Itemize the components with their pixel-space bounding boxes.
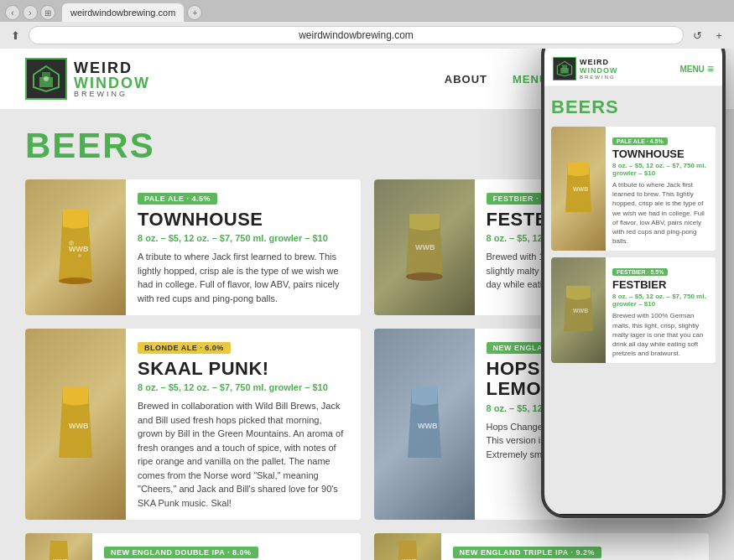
logo-window: WINDOW [74, 75, 150, 91]
nav-about[interactable]: ABOUT [445, 73, 487, 86]
website-content: WEIRD WINDOW BREWING ABOUT MENUS TAPROOM… [0, 49, 734, 560]
beer-desc-skaal-punk: Brewed in collaboration with Wild Bill B… [138, 399, 349, 510]
logo-brewing: BREWING [74, 91, 150, 98]
beer-pricing-townhouse: 8 oz. – $5, 12 oz. – $7, 750 ml. growler… [138, 233, 349, 243]
tab-label: weirdwindowbrewing.com [70, 8, 175, 18]
svg-rect-17 [560, 68, 568, 73]
beer-card-triple: WWB NEW ENGLAND TRIPLE IPA · 9.2% HERE C… [374, 533, 710, 560]
beer-card-townhouse: WWB PALE ALE · 4.5% TOWNHOUSE 8 oz. – $5… [25, 179, 361, 315]
phone-beer-info-townhouse: PALE ALE · 4.5% TOWNHOUSE 8 oz. – $5, 12… [606, 127, 716, 251]
beer-image-hops-change: WWB [374, 329, 475, 520]
phone-beer-card-festbier: WWB FESTBIER · 5.5% FESTBIER 8 oz. – $5,… [551, 257, 716, 363]
phone-beer-name-festbier: FESTBIER [612, 278, 709, 291]
beer-desc-townhouse: A tribute to where Jack first learned to… [138, 250, 349, 305]
beer-card-skaal-punk: WWB BLONDE ALE · 6.0% SKAAL PUNK! 8 oz. … [25, 329, 361, 520]
svg-text:WWB: WWB [418, 422, 438, 430]
phone-beer-pricing-festbier: 8 oz. – $5, 12 oz. – $7, 750 ml. growler… [612, 293, 709, 308]
beer-name-skaal-punk: SKAAL PUNK! [138, 359, 349, 379]
beer-card-fistful: WWB NEW ENGLAND DOUBLE IPA · 8.0% FISTFU… [25, 533, 361, 560]
add-bookmark-icon[interactable]: + [711, 27, 727, 44]
browser-tab[interactable]: weirdwindowbrewing.com [62, 3, 184, 22]
beer-pricing-skaal-punk: 8 oz. – $5, 12 oz. – $7, 750 ml. growler… [138, 382, 349, 392]
svg-point-9 [406, 272, 443, 281]
phone-page-title: BEERS [551, 96, 716, 118]
share-icon[interactable]: ⬆ [7, 27, 23, 44]
phone-logo-icon [553, 57, 576, 80]
phone-beer-card-townhouse: WWB PALE ALE · 4.5% TOWNHOUSE 8 oz. – $5… [551, 127, 716, 251]
phone-logo-text: WEIRD WINDOW BREWING [580, 58, 618, 80]
browser-nav-buttons: ‹ › ⊞ [5, 5, 55, 20]
beer-info-skaal-punk: BLONDE ALE · 6.0% SKAAL PUNK! 8 oz. – $5… [126, 329, 361, 520]
phone-beer-name-townhouse: TOWNHOUSE [612, 148, 709, 160]
phone-beer-image-townhouse: WWB [551, 127, 606, 251]
phone-logo-brewing: BREWING [580, 75, 618, 80]
phone-beer-pricing-townhouse: 8 oz. – $5, 12 oz. – $7, 750 ml. growler… [612, 162, 709, 177]
phone-beer-image-festbier: WWB [551, 257, 606, 363]
phone-style-badge-festbier: FESTBIER · 5.5% [612, 268, 668, 276]
svg-point-4 [44, 76, 49, 81]
browser-chrome: ‹ › ⊞ weirdwindowbrewing.com + ⬆ weirdwi… [0, 0, 734, 49]
phone-beer-info-festbier: FESTBIER · 5.5% FESTBIER 8 oz. – $5, 12 … [606, 257, 716, 363]
beer-info-triple: NEW ENGLAND TRIPLE IPA · 9.2% HERE COMES… [441, 533, 710, 560]
phone-beer-desc-townhouse: A tribute to where Jack first learned to… [612, 180, 709, 246]
svg-point-7 [78, 254, 81, 257]
svg-text:WWB: WWB [415, 243, 435, 251]
style-badge-fistful: NEW ENGLAND DOUBLE IPA · 8.0% [104, 547, 258, 558]
url-bar[interactable]: weirdwindowbrewing.com [29, 26, 684, 44]
phone-beer-desc-festbier: Brewed with 100% German malts, this ligh… [612, 311, 709, 358]
logo-weird: WEIRD [74, 60, 150, 75]
phone-nav: WEIRD WINDOW BREWING MENU ≡ [544, 52, 722, 86]
phone-menu-label: MENU [679, 65, 704, 74]
beer-grid-bottom: WWB NEW ENGLAND DOUBLE IPA · 8.0% FISTFU… [25, 533, 709, 560]
forward-button[interactable]: › [23, 5, 38, 20]
beer-image-festbier: WWB [374, 179, 475, 315]
browser-tab-bar: ‹ › ⊞ weirdwindowbrewing.com + [0, 0, 734, 22]
phone-style-badge-townhouse: PALE ALE · 4.5% [612, 137, 668, 145]
beer-image-triple: WWB [374, 533, 441, 560]
phone-logo-weird: WEIRD [580, 58, 618, 66]
refresh-icon[interactable]: ↺ [689, 27, 705, 44]
browser-toolbar: ⬆ weirdwindowbrewing.com ↺ + [0, 22, 734, 49]
phone-body: BEERS WWB PALE ALE · 4.5% TOWNHOUSE 8 oz… [544, 86, 722, 514]
svg-rect-18 [562, 65, 567, 69]
beer-name-townhouse: TOWNHOUSE [138, 210, 349, 230]
hamburger-icon: ≡ [707, 62, 714, 75]
new-tab-button[interactable]: + [187, 5, 202, 20]
logo-icon [25, 58, 67, 100]
back-button[interactable]: ‹ [5, 5, 20, 20]
window-toggle[interactable]: ⊞ [40, 5, 55, 20]
phone-logo-window: WINDOW [580, 66, 618, 75]
beer-image-townhouse: WWB [25, 179, 126, 315]
phone-overlay: 9:41 PM ▲▲▲ ◈ [541, 49, 726, 518]
svg-text:WWB: WWB [573, 308, 588, 314]
style-badge-skaal-punk: BLONDE ALE · 6.0% [138, 342, 231, 354]
logo-area: WEIRD WINDOW BREWING [25, 58, 150, 100]
beer-image-fistful: WWB [25, 533, 92, 560]
phone-logo-area: WEIRD WINDOW BREWING [553, 57, 618, 80]
svg-text:WWB: WWB [69, 245, 89, 253]
beer-info-townhouse: PALE ALE · 4.5% TOWNHOUSE 8 oz. – $5, 12… [126, 179, 361, 315]
svg-point-5 [59, 277, 92, 284]
phone-menu-button[interactable]: MENU ≡ [679, 62, 714, 75]
url-text: weirdwindowbrewing.com [299, 29, 414, 41]
logo-text: WEIRD WINDOW BREWING [74, 60, 150, 98]
style-badge-townhouse: PALE ALE · 4.5% [138, 193, 217, 205]
svg-text:WWB: WWB [573, 186, 588, 192]
beer-info-fistful: NEW ENGLAND DOUBLE IPA · 8.0% FISTFUL O'… [92, 533, 361, 560]
beer-image-skaal-punk: WWB [25, 329, 126, 520]
svg-text:WWB: WWB [69, 422, 89, 430]
style-badge-triple: NEW ENGLAND TRIPLE IPA · 9.2% [453, 547, 602, 558]
